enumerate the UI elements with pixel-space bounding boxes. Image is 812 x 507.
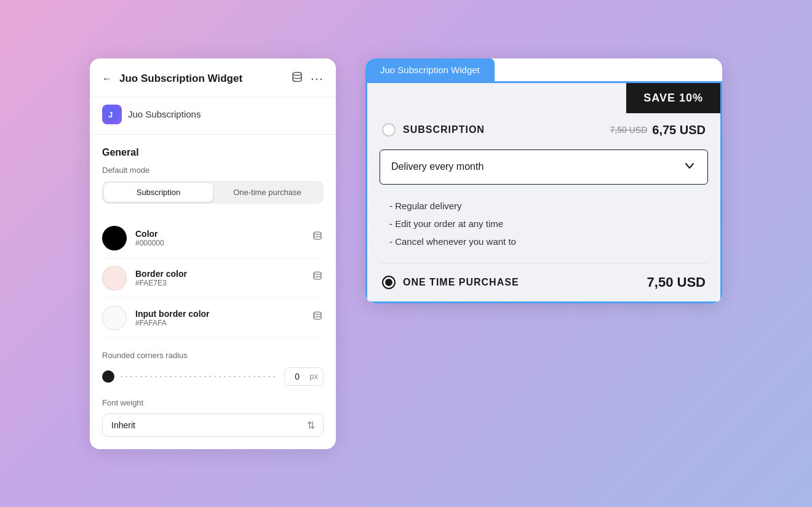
main-container: ← Juo Subscription Widget ··· — [90, 58, 722, 449]
section-title: General — [102, 147, 324, 158]
subscription-new-price: 6,75 USD — [652, 123, 706, 137]
widget-tab[interactable]: Juo Subscription Widget — [365, 58, 495, 81]
color-row-3: Input border color #FAFAFA — [102, 298, 324, 338]
color-row-1: Color #000000 — [102, 218, 324, 258]
back-button[interactable]: ← — [102, 73, 112, 84]
save-badge: SAVE 10% — [626, 83, 720, 113]
benefit-2: - Edit your order at any time — [389, 215, 706, 233]
otp-price: 7,50 USD — [647, 274, 706, 290]
color-swatch-3 — [102, 306, 127, 330]
subscription-original-price: 7,50 USD — [610, 125, 648, 135]
header-icons: ··· — [291, 71, 324, 87]
color-swatch-2 — [102, 266, 127, 290]
color-swatch-1 — [102, 226, 127, 250]
benefit-1: - Regular delivery — [389, 197, 706, 215]
otp-radio[interactable] — [382, 276, 396, 289]
otp-label: ONE TIME PURCHASE — [403, 277, 519, 288]
color-info-2: Border color #FAE7E3 — [135, 269, 311, 287]
left-panel: ← Juo Subscription Widget ··· — [90, 58, 336, 449]
subscription-toggle[interactable]: Subscription — [104, 183, 213, 202]
subscription-option: SUBSCRIPTION 7,50 USD 6,75 USD — [367, 113, 720, 142]
delivery-text: Delivery every month — [391, 161, 484, 172]
color-db-icon-1[interactable] — [311, 230, 324, 246]
color-value-1: #000000 — [135, 239, 311, 247]
radius-label: Rounded corners radius — [102, 351, 324, 360]
svg-point-0 — [293, 73, 301, 76]
app-name: Juo Subscriptions — [128, 109, 201, 119]
radius-input[interactable] — [285, 368, 309, 385]
color-row-2: Border color #FAE7E3 — [102, 258, 324, 298]
color-name-3: Input border color — [135, 309, 311, 319]
font-select[interactable]: Inherit 300 400 500 600 700 800 — [102, 413, 324, 437]
default-mode-label: Default mode — [102, 166, 324, 175]
otp-row: ONE TIME PURCHASE 7,50 USD — [367, 263, 720, 301]
benefit-3: - Cancel whenever you want to — [389, 233, 706, 250]
benefits-list: - Regular delivery - Edit your order at … — [367, 192, 720, 263]
radius-row: px — [102, 367, 324, 386]
color-value-3: #FAFAFA — [135, 319, 311, 327]
svg-point-5 — [314, 312, 321, 314]
svg-text:J: J — [108, 110, 113, 119]
radius-unit: px — [309, 368, 323, 385]
radius-dot — [102, 370, 114, 383]
widget-body: SAVE 10% SUBSCRIPTION 7,50 USD 6,75 USD — [365, 81, 722, 303]
subscription-option-row: SUBSCRIPTION 7,50 USD 6,75 USD — [382, 123, 706, 137]
right-panel: Juo Subscription Widget SAVE 10% SUBSCRI… — [365, 58, 722, 303]
color-info-1: Color #000000 — [135, 229, 311, 247]
radius-slider[interactable] — [121, 376, 278, 377]
app-icon: J — [102, 105, 122, 124]
subscription-price-group: 7,50 USD 6,75 USD — [610, 123, 706, 137]
subscription-left: SUBSCRIPTION — [382, 123, 485, 137]
one-time-toggle[interactable]: One-time purchase — [213, 183, 322, 202]
database-icon[interactable] — [291, 71, 303, 86]
otp-left: ONE TIME PURCHASE — [382, 276, 519, 289]
color-value-2: #FAE7E3 — [135, 279, 311, 287]
radius-input-group: px — [284, 367, 324, 386]
svg-point-4 — [314, 272, 321, 274]
subscription-radio[interactable] — [382, 123, 396, 137]
font-select-wrapper: Inherit 300 400 500 600 700 800 ⇅ — [102, 413, 324, 437]
widget-tab-bar: Juo Subscription Widget — [365, 58, 722, 81]
chevron-down-icon — [683, 159, 696, 175]
color-db-icon-3[interactable] — [311, 310, 324, 325]
color-name-2: Border color — [135, 269, 311, 279]
app-subtitle-row: J Juo Subscriptions — [90, 97, 336, 135]
more-icon[interactable]: ··· — [311, 71, 324, 87]
color-name-1: Color — [135, 229, 311, 239]
color-info-3: Input border color #FAFAFA — [135, 309, 311, 327]
svg-point-3 — [314, 232, 321, 234]
delivery-dropdown[interactable]: Delivery every month — [380, 150, 708, 185]
color-db-icon-2[interactable] — [311, 270, 324, 285]
panel-body: General Default mode Subscription One-ti… — [90, 135, 336, 449]
default-mode-toggle: Subscription One-time purchase — [102, 181, 324, 204]
panel-title: Juo Subscription Widget — [119, 73, 286, 85]
save-row: SAVE 10% — [367, 83, 720, 113]
subscription-label: SUBSCRIPTION — [403, 124, 485, 135]
panel-header: ← Juo Subscription Widget ··· — [90, 58, 336, 97]
font-label: Font weight — [102, 398, 324, 407]
